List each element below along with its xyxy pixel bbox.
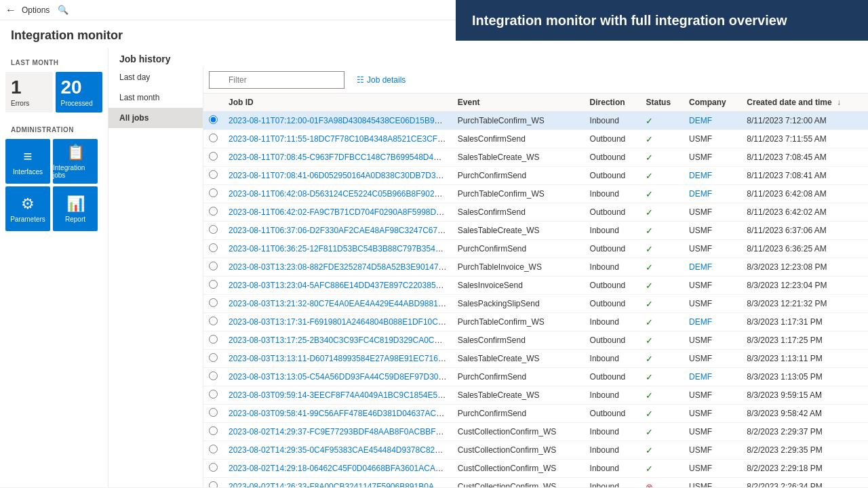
row-direction: Outbound bbox=[585, 130, 641, 148]
row-radio[interactable] bbox=[203, 240, 223, 258]
table-row[interactable]: 2023-08-03T13:17:25-2B340C3C93FC4C819D32… bbox=[203, 331, 868, 350]
row-radio[interactable] bbox=[203, 313, 223, 331]
job-id-link[interactable]: 2023-08-11T06:42:02-FA9C7B71CD704F0290A8… bbox=[229, 207, 452, 217]
errors-card[interactable]: 1 Errors bbox=[5, 72, 53, 113]
row-radio[interactable] bbox=[203, 203, 223, 222]
job-id-link[interactable]: 2023-08-03T13:13:11-D607148993584E27A98E… bbox=[229, 354, 452, 363]
processed-card[interactable]: 20 Processed bbox=[56, 72, 103, 113]
row-created: 8/3/2023 12:23:04 PM bbox=[741, 277, 868, 295]
job-id-link[interactable]: 2023-08-03T09:59:14-3EECF8F74A4049A1BC9C… bbox=[229, 390, 452, 400]
row-status: ⊗ bbox=[640, 478, 684, 488]
job-id-link[interactable]: 2023-08-03T13:13:05-C54A56DD93FA44C59D8E… bbox=[229, 372, 452, 382]
table-row[interactable]: 2023-08-02T14:26:33-F8A00CB3241147F5906B… bbox=[203, 478, 868, 488]
table-row[interactable]: 2023-08-03T13:13:05-C54A56DD93FA44C59D8E… bbox=[203, 368, 868, 386]
job-id-link[interactable]: 2023-08-11T07:08:41-06D052950164A0D838C3… bbox=[229, 171, 452, 180]
table-row[interactable]: 2023-08-03T13:21:32-80C7E4A0EAE4A429E44A… bbox=[203, 295, 868, 313]
row-radio[interactable] bbox=[203, 185, 223, 203]
sidebar-item-interfaces[interactable]: ≡ Interfaces bbox=[5, 139, 50, 184]
row-direction: Outbound bbox=[585, 148, 641, 167]
row-direction: Inbound bbox=[585, 350, 641, 368]
job-id-link[interactable]: 2023-08-03T13:23:04-5AFC886E14DD437E897C… bbox=[229, 281, 452, 290]
row-radio[interactable] bbox=[203, 331, 223, 350]
parameters-icon: ⚙ bbox=[21, 195, 35, 213]
table-row[interactable]: 2023-08-11T07:11:55-18DC7F78C10B4348A852… bbox=[203, 130, 868, 148]
col-status[interactable]: Status bbox=[640, 94, 684, 112]
col-direction[interactable]: Direction bbox=[585, 94, 641, 112]
job-id-link[interactable]: 2023-08-02T14:29:18-06462C45F0D04668BFA3… bbox=[229, 464, 452, 473]
col-company[interactable]: Company bbox=[684, 94, 741, 112]
table-row[interactable]: 2023-08-02T14:29:35-0C4F95383CAE454484D9… bbox=[203, 441, 868, 460]
table-row[interactable]: 2023-08-11T06:37:06-D2F330AF2CAE48AF98C3… bbox=[203, 222, 868, 240]
sidebar-item-integration-jobs[interactable]: 📋 Integration jobs bbox=[53, 139, 98, 184]
row-event: PurchTableConfirm_WS bbox=[452, 112, 585, 130]
row-radio[interactable] bbox=[203, 277, 223, 295]
row-radio[interactable] bbox=[203, 148, 223, 167]
row-radio[interactable] bbox=[203, 258, 223, 277]
status-check-icon: ✓ bbox=[646, 354, 653, 364]
status-check-icon: ✓ bbox=[646, 207, 653, 218]
row-radio[interactable] bbox=[203, 368, 223, 386]
row-radio[interactable] bbox=[203, 167, 223, 185]
table-row[interactable]: 2023-08-11T06:42:02-FA9C7B71CD704F0290A8… bbox=[203, 203, 868, 222]
nav-last-month[interactable]: Last month bbox=[108, 87, 203, 108]
row-radio[interactable] bbox=[203, 130, 223, 148]
row-company: USMF bbox=[684, 222, 741, 240]
table-row[interactable]: 2023-08-03T09:58:41-99C56AFF478E46D381D0… bbox=[203, 405, 868, 423]
table-row[interactable]: 2023-08-03T13:17:31-F6919801A2464804B088… bbox=[203, 313, 868, 331]
filter-input[interactable] bbox=[209, 71, 344, 89]
table-row[interactable]: 2023-08-03T13:13:11-D607148993584E27A98E… bbox=[203, 350, 868, 368]
table-row[interactable]: 2023-08-03T13:23:08-882FDE3252874D58A52B… bbox=[203, 258, 868, 277]
job-details-button[interactable]: ☷ Job details bbox=[353, 73, 410, 87]
row-radio[interactable] bbox=[203, 386, 223, 405]
job-id-link[interactable]: 2023-08-02T14:29:37-FC9E77293BDF48AAB8F0… bbox=[229, 427, 452, 436]
row-radio[interactable] bbox=[203, 295, 223, 313]
back-button[interactable]: ← bbox=[5, 4, 16, 16]
job-id-link[interactable]: 2023-08-02T14:29:35-0C4F95383CAE454484D9… bbox=[229, 445, 452, 455]
table-row[interactable]: 2023-08-11T06:36:25-12F811D53BC54B3B88C7… bbox=[203, 240, 868, 258]
table-row[interactable]: 2023-08-11T06:42:08-D563124CE5224C05B966… bbox=[203, 185, 868, 203]
row-radio[interactable] bbox=[203, 350, 223, 368]
status-check-icon: ✓ bbox=[646, 427, 653, 437]
job-id-link[interactable]: 2023-08-11T06:42:08-D563124CE5224C05B966… bbox=[229, 189, 452, 199]
row-event: PurchConfirmSend bbox=[452, 405, 585, 423]
table-row[interactable]: 2023-08-03T09:59:14-3EECF8F74A4049A1BC9C… bbox=[203, 386, 868, 405]
nav-all-jobs[interactable]: All jobs bbox=[108, 108, 203, 128]
row-radio[interactable] bbox=[203, 441, 223, 460]
col-created[interactable]: Created date and time ↓ bbox=[741, 94, 868, 112]
sidebar-item-parameters[interactable]: ⚙ Parameters bbox=[5, 186, 50, 231]
table-row[interactable]: 2023-08-11T07:08:41-06D052950164A0D838C3… bbox=[203, 167, 868, 185]
row-radio[interactable] bbox=[203, 112, 223, 130]
report-icon: 📊 bbox=[66, 195, 85, 213]
table-row[interactable]: 2023-08-11T07:08:45-C963F7DFBCC148C7B699… bbox=[203, 148, 868, 167]
col-job-id[interactable]: Job ID bbox=[223, 94, 452, 112]
job-id-link[interactable]: 2023-08-03T13:23:08-882FDE3252874D58A52B… bbox=[229, 262, 452, 272]
job-id-link[interactable]: 2023-08-03T13:21:32-80C7E4A0EAE4A429E44A… bbox=[229, 299, 452, 308]
job-id-link[interactable]: 2023-08-11T06:36:25-12F811D53BC54B3B88C7… bbox=[229, 244, 452, 253]
col-event[interactable]: Event bbox=[452, 94, 585, 112]
job-id-link[interactable]: 2023-08-03T09:58:41-99C56AFF478E46D381D0… bbox=[229, 409, 452, 418]
job-id-link[interactable]: 2023-08-03T13:17:25-2B340C3C93FC4C819D32… bbox=[229, 336, 452, 345]
job-id-link[interactable]: 2023-08-11T07:11:55-18DC7F78C10B4348A852… bbox=[229, 134, 452, 144]
row-created: 8/2/2023 2:29:37 PM bbox=[741, 423, 868, 441]
row-radio[interactable] bbox=[203, 478, 223, 488]
table-row[interactable]: 2023-08-02T14:29:37-FC9E77293BDF48AAB8F0… bbox=[203, 423, 868, 441]
search-icon[interactable]: 🔍 bbox=[58, 5, 68, 15]
row-radio[interactable] bbox=[203, 460, 223, 478]
row-radio[interactable] bbox=[203, 405, 223, 423]
job-id-link[interactable]: 2023-08-11T07:12:00-01F3A98D430845438CE0… bbox=[229, 116, 452, 125]
table-row[interactable]: 2023-08-02T14:29:18-06462C45F0D04668BFA3… bbox=[203, 460, 868, 478]
row-status: ✓ bbox=[640, 167, 684, 185]
admin-cards: ≡ Interfaces 📋 Integration jobs ⚙ Parame… bbox=[5, 139, 102, 231]
table-row[interactable]: 2023-08-03T13:23:04-5AFC886E14DD437E897C… bbox=[203, 277, 868, 295]
table-row[interactable]: 2023-08-11T07:12:00-01F3A98D430845438CE0… bbox=[203, 112, 868, 130]
job-id-link[interactable]: 2023-08-11T07:08:45-C963F7DFBCC148C7B699… bbox=[229, 152, 452, 162]
row-radio[interactable] bbox=[203, 423, 223, 441]
row-radio[interactable] bbox=[203, 222, 223, 240]
job-id-link[interactable]: 2023-08-11T06:37:06-D2F330AF2CAE48AF98C3… bbox=[229, 226, 452, 235]
job-id-link[interactable]: 2023-08-03T13:17:31-F6919801A2464804B088… bbox=[229, 317, 452, 327]
row-company: USMF bbox=[684, 405, 741, 423]
sidebar-item-report[interactable]: 📊 Report bbox=[53, 186, 98, 231]
row-event: SalesConfirmSend bbox=[452, 130, 585, 148]
nav-last-day[interactable]: Last day bbox=[108, 67, 203, 87]
job-id-link[interactable]: 2023-08-02T14:26:33-F8A00CB3241147F5906B… bbox=[229, 482, 452, 487]
